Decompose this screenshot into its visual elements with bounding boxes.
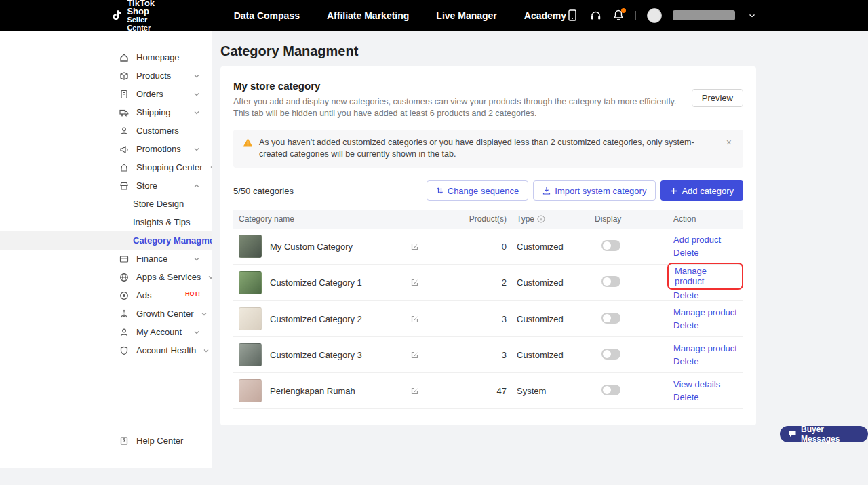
add-category-button[interactable]: Add category (660, 180, 743, 201)
nav-affiliate-marketing[interactable]: Affiliate Marketing (327, 10, 409, 21)
category-name: Customized Category 1 (270, 277, 362, 288)
add-product-link[interactable]: Add product (673, 235, 721, 245)
manage-product-link[interactable]: Manage product (673, 307, 737, 317)
sidebar-item-shipping[interactable]: Shipping (0, 103, 212, 121)
import-system-category-label: Import system category (555, 186, 646, 196)
sidebar-item-label: Account Health (136, 345, 196, 355)
sidebar-item-orders[interactable]: Orders (0, 85, 212, 103)
edit-icon[interactable] (410, 315, 419, 324)
sidebar-item-label: Promotions (136, 144, 186, 154)
sidebar-item-ads[interactable]: Ads HOT! (0, 286, 212, 305)
sidebar-item-promotions[interactable]: Promotions (0, 140, 212, 158)
nav-live-manager[interactable]: Live Manager (436, 10, 496, 21)
brand-line-2: Seller Center (127, 16, 160, 32)
preview-button[interactable]: Preview (692, 89, 743, 107)
sidebar-item-label: Category Managment (133, 235, 222, 246)
category-type: Customized (511, 314, 589, 324)
nav-data-compass[interactable]: Data Compass (234, 10, 300, 21)
sidebar-item-label: Finance (136, 254, 186, 264)
delete-link[interactable]: Delete (673, 290, 699, 300)
header-type: Type (511, 214, 589, 224)
display-toggle[interactable] (601, 276, 620, 287)
product-count: 0 (471, 241, 511, 252)
buyer-messages-button[interactable]: Buyer Messages (780, 426, 868, 442)
sidebar-item-label: My Account (136, 327, 186, 337)
edit-icon[interactable] (410, 278, 419, 287)
chevron-down-icon (203, 347, 210, 354)
sidebar-item-label: Homepage (136, 52, 200, 62)
manage-product-link[interactable]: Manage product (673, 343, 737, 353)
manage-product-link[interactable]: Manage product (675, 266, 707, 286)
notification-dot (621, 8, 626, 13)
warning-alert: As you haven't added customized categori… (233, 130, 743, 168)
category-thumbnail (239, 379, 262, 402)
shield-icon (119, 345, 130, 355)
user-avatar[interactable] (647, 8, 662, 23)
table-row: Customized Category 1 2 Customized Manag… (233, 265, 743, 301)
headset-support-icon[interactable] (589, 9, 601, 22)
brand-line-1: TikTok Shop (127, 0, 160, 16)
category-name: Perlengkapan Rumah (270, 386, 355, 396)
header-type-label: Type (517, 214, 534, 224)
close-icon[interactable]: × (724, 137, 734, 148)
view-details-link[interactable]: View details (673, 379, 720, 389)
add-category-label: Add category (682, 186, 734, 196)
sidebar-item-apps-services[interactable]: Apps & Services (0, 268, 212, 286)
display-toggle[interactable] (601, 385, 620, 395)
brand-logo-block[interactable]: TikTok Shop Seller Center (112, 0, 161, 32)
sidebar: Homepage Products Orders Shipping Custom… (0, 31, 212, 468)
sidebar-item-products[interactable]: Products (0, 66, 212, 85)
display-toggle[interactable] (601, 313, 620, 324)
category-type: System (511, 386, 589, 396)
sidebar-item-account-health[interactable]: Account Health (0, 341, 212, 360)
sidebar-item-store-design[interactable]: Store Design (0, 195, 212, 213)
sidebar-item-help-center[interactable]: Help Center (0, 431, 212, 450)
person-icon (119, 125, 130, 136)
tiktok-logo-icon (112, 7, 122, 24)
edit-icon[interactable] (410, 387, 419, 395)
sidebar-item-my-account[interactable]: My Account (0, 323, 212, 341)
notifications-bell-icon[interactable] (612, 9, 625, 22)
delete-link[interactable]: Delete (673, 248, 699, 258)
chevron-down-icon[interactable] (746, 9, 758, 22)
sidebar-item-finance[interactable]: Finance (0, 250, 212, 268)
sidebar-item-store[interactable]: Store (0, 176, 212, 195)
sidebar-item-homepage[interactable]: Homepage (0, 48, 212, 66)
megaphone-icon (119, 144, 130, 154)
card-heading: My store category (233, 80, 682, 92)
import-icon (542, 187, 551, 195)
top-bar: TikTok Shop Seller Center Data Compass A… (0, 0, 868, 31)
document-icon (119, 89, 130, 99)
edit-icon[interactable] (410, 351, 419, 360)
display-toggle[interactable] (601, 349, 620, 360)
sidebar-item-insights-tips[interactable]: Insights & Tips (0, 213, 212, 231)
sidebar-item-shopping-center[interactable]: Shopping Center (0, 158, 212, 176)
product-count: 3 (471, 350, 511, 360)
delete-link[interactable]: Delete (673, 356, 699, 366)
edit-icon[interactable] (410, 242, 419, 251)
sidebar-item-customers[interactable]: Customers (0, 121, 212, 140)
sidebar-item-growth-center[interactable]: Growth Center (0, 305, 212, 323)
category-thumbnail (239, 343, 262, 366)
warning-triangle-icon (243, 138, 253, 147)
delete-link[interactable]: Delete (673, 392, 699, 402)
store-category-card: My store category After you add and disp… (220, 66, 756, 425)
change-sequence-button[interactable]: Change sequence (427, 180, 529, 201)
hot-badge: HOT! (185, 290, 200, 297)
sidebar-item-label: Customers (136, 125, 200, 136)
chevron-down-icon (193, 146, 200, 153)
delete-link[interactable]: Delete (673, 320, 699, 330)
info-icon[interactable] (537, 215, 545, 223)
display-toggle[interactable] (601, 240, 620, 251)
sidebar-item-label: Store (136, 180, 186, 191)
sidebar-item-label: Growth Center (136, 309, 194, 319)
mobile-app-icon[interactable] (566, 9, 578, 22)
user-name-redacted (673, 10, 735, 20)
truck-icon (119, 107, 130, 117)
category-table: Category name Product(s) Type Display Ac… (233, 210, 743, 409)
nav-academy[interactable]: Academy (524, 10, 566, 21)
header-category-name: Category name (233, 214, 471, 224)
sidebar-item-category-managment[interactable]: Category Managment (0, 231, 212, 250)
header-action: Action (660, 214, 743, 224)
import-system-category-button[interactable]: Import system category (533, 180, 656, 201)
